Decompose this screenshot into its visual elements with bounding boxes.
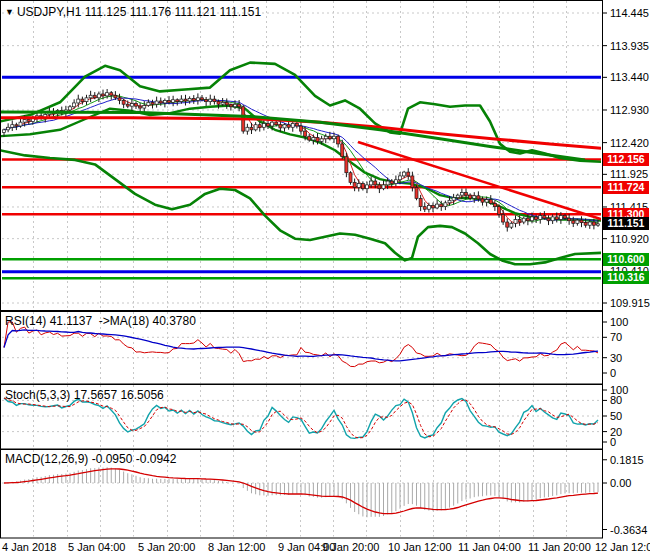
candle-body [572, 221, 575, 224]
candle-body [159, 101, 162, 103]
candle-body [262, 123, 265, 127]
symbol-ohlc-text: USDJPY,H1 111.125 111.176 111.121 111.15… [17, 5, 261, 19]
candle-body [465, 193, 468, 196]
price-badge-111.151: 111.151 [603, 217, 649, 230]
candle-body [225, 102, 228, 105]
candle-body [201, 98, 204, 100]
time-tick-label: 5 Jan 20:00 [138, 541, 196, 553]
candle-body [283, 125, 286, 128]
candle-body [188, 98, 191, 101]
price-badge-110.316: 110.316 [603, 271, 649, 284]
candle-body [353, 182, 356, 187]
candle-body [456, 195, 459, 198]
candle-body [411, 176, 414, 188]
candle-body [246, 127, 249, 131]
candle-body [518, 219, 521, 222]
time-tick-label: 9 Jan 20:00 [322, 541, 380, 553]
candle-body [291, 123, 294, 127]
candle-body [295, 123, 298, 126]
candle-body [374, 181, 377, 185]
candle-body [551, 217, 554, 221]
candle-body [234, 104, 237, 107]
candle-body [539, 216, 542, 220]
candle-body [324, 136, 327, 139]
candle-body [275, 122, 278, 125]
candle-body [3, 130, 6, 133]
candle-body [576, 220, 579, 223]
time-axis[interactable]: 4 Jan 20185 Jan 04:005 Jan 20:008 Jan 12… [2, 541, 650, 553]
price-tick-label: 112.930 [610, 104, 649, 116]
candle-body [163, 100, 166, 103]
stoch-tick-label: 0 [610, 436, 616, 448]
candle-body [357, 184, 360, 188]
candle-body [130, 104, 133, 107]
time-tick-label: 8 Jan 12:00 [208, 541, 266, 553]
candle-body [209, 99, 212, 102]
candle-body [73, 103, 76, 107]
candle-body [432, 205, 435, 208]
candle-body [415, 187, 418, 198]
time-tick-label: 12 Jan 12:00 [595, 541, 650, 553]
candle-body [81, 99, 84, 102]
macd-tick-label: 0.00 [610, 477, 631, 489]
candle-body [592, 222, 595, 225]
chart-canvas[interactable]: 114.445113.935113.440112.930112.420111.9… [0, 0, 650, 560]
candle-body [139, 106, 142, 108]
candle-body [419, 198, 422, 206]
candle-body [180, 99, 183, 102]
candle-body [370, 181, 373, 185]
candle-body [328, 136, 331, 139]
candle-body [547, 218, 550, 221]
candle-body [271, 122, 274, 126]
candle-body [97, 94, 100, 98]
candle-body [378, 185, 381, 189]
candle-body [390, 181, 393, 184]
time-tick-label: 11 Jan 20:00 [528, 541, 591, 553]
candle-body [19, 122, 22, 126]
price-badge-110.600: 110.600 [603, 253, 649, 266]
candle-body [333, 136, 336, 139]
time-tick-label: 4 Jan 2018 [2, 541, 56, 553]
candle-body [308, 136, 311, 140]
candle-body [427, 205, 430, 209]
rsi-indicator-label: RSI(14) 41.1137 ->MA(18) 40.3780 [5, 314, 196, 328]
candle-body [399, 176, 402, 180]
candle-body [584, 223, 587, 226]
candle-body [502, 214, 505, 222]
candle-body [213, 99, 216, 102]
candle-body [258, 125, 261, 128]
candle-body [155, 101, 158, 104]
candle-body [69, 107, 72, 110]
candle-body [526, 218, 529, 221]
candle-body [337, 136, 340, 144]
time-tick-label: 11 Jan 04:00 [458, 541, 521, 553]
candle-body [238, 104, 241, 107]
chevron-down-icon[interactable]: ▼ [5, 7, 14, 17]
time-tick-label: 5 Jan 04:00 [68, 541, 126, 553]
candle-body [341, 144, 344, 157]
symbol-title: ▼USDJPY,H1 111.125 111.176 111.121 111.1… [5, 5, 261, 19]
candle-body [114, 95, 117, 98]
candle-body [436, 204, 439, 208]
price-tick-label: 111.925 [610, 168, 648, 180]
candle-body [473, 196, 476, 199]
price-tick-label: 113.935 [610, 40, 649, 52]
macd-tick-label: 0.1815 [610, 454, 644, 466]
price-tick-label: 110.920 [610, 233, 649, 245]
rsi-tick-label: 100 [610, 316, 628, 328]
candle-body [320, 139, 323, 142]
rsi-tick-label: 0 [610, 367, 616, 379]
candle-body [531, 217, 534, 221]
candle-body [489, 200, 492, 204]
candle-body [469, 195, 472, 198]
candle-body [85, 98, 88, 102]
candle-body [77, 99, 80, 103]
stoch-tick-label: 80 [610, 394, 622, 406]
price-tick-label: 113.440 [610, 71, 649, 83]
candle-body [366, 185, 369, 189]
rsi-tick-label: 70 [610, 331, 622, 343]
candle-body [559, 216, 562, 220]
candle-body [514, 219, 517, 223]
candle-body [493, 203, 496, 206]
candle-body [135, 104, 138, 107]
